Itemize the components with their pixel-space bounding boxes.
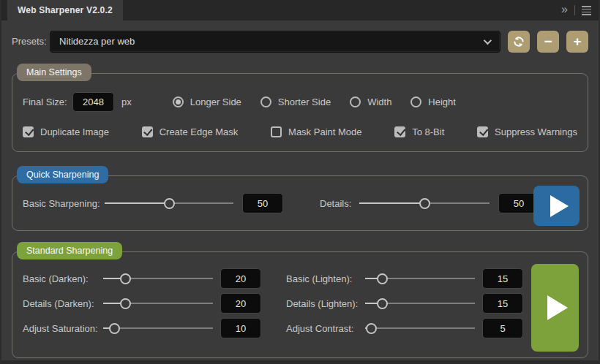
slider-handle[interactable] xyxy=(109,323,120,334)
titlebar: Web Sharpener V2.0.2 » xyxy=(1,0,599,20)
basic-darken-slider[interactable] xyxy=(103,273,213,284)
slider-handle[interactable] xyxy=(419,198,430,209)
play-icon xyxy=(550,195,569,217)
final-size-row: Final Size: px Longer Side Shorter Side … xyxy=(23,91,577,112)
details-lighten-slider[interactable] xyxy=(365,298,475,309)
remove-preset-button[interactable]: − xyxy=(537,31,559,53)
details-label: Details: xyxy=(320,198,359,209)
basic-darken-value[interactable] xyxy=(220,268,261,289)
basic-lighten-slider[interactable] xyxy=(365,273,475,284)
slider-track[interactable] xyxy=(365,327,475,329)
standard-row-adjust: Adjust Saturation: Adjust Contrast: xyxy=(23,318,577,338)
sync-icon xyxy=(512,35,525,48)
run-standard-sharpening-button[interactable] xyxy=(531,264,579,352)
checkbox-to-8-bit[interactable]: To 8-Bit xyxy=(394,126,444,137)
slider-handle[interactable] xyxy=(377,298,388,309)
radio-label: Height xyxy=(428,96,456,107)
basic-darken-label: Basic (Darken): xyxy=(23,273,103,284)
basic-sharpening-value[interactable] xyxy=(242,193,283,213)
adjust-saturation-value[interactable] xyxy=(220,318,261,338)
add-preset-button[interactable]: + xyxy=(566,31,588,53)
standard-row-details: Details (Darken): Details (Lighten): xyxy=(23,293,577,314)
radio-icon xyxy=(173,96,184,107)
adjust-saturation-control: Adjust Saturation: xyxy=(23,318,261,338)
presets-selected-value: Nitidezza per web xyxy=(59,36,484,47)
slider-handle[interactable] xyxy=(120,273,131,284)
standard-sharpening-legend: Standard Sharpening xyxy=(17,242,122,259)
titlebar-divider xyxy=(574,5,575,15)
final-size-label: Final Size: xyxy=(23,96,72,107)
radio-icon xyxy=(350,96,361,107)
slider-handle[interactable] xyxy=(377,273,388,284)
checkbox-label: To 8-Bit xyxy=(412,126,444,137)
checkbox-label: Duplicate Image xyxy=(40,126,109,137)
double-chevron-right-icon[interactable]: » xyxy=(561,4,568,15)
radio-label: Longer Side xyxy=(190,96,241,107)
basic-lighten-label: Basic (Lighten): xyxy=(286,273,365,284)
quick-sharpening-group: Quick Sharpening Basic Sharpening: Detai… xyxy=(12,175,588,231)
panel-content: Presets: Nitidezza per web − + xyxy=(1,30,599,358)
checkbox-icon xyxy=(394,126,405,137)
checkbox-icon xyxy=(23,126,34,137)
checkbox-label: Create Edge Mask xyxy=(160,126,239,137)
adjust-contrast-slider[interactable] xyxy=(365,323,475,334)
panel-menu-icon[interactable] xyxy=(582,6,591,15)
radio-shorter-side[interactable]: Shorter Side xyxy=(260,96,331,107)
details-darken-control: Details (Darken): xyxy=(23,293,261,314)
radio-icon xyxy=(410,96,421,107)
panel-title: Web Sharpener V2.0.2 xyxy=(18,5,113,15)
details-darken-value[interactable] xyxy=(220,293,261,314)
chevron-down-icon xyxy=(484,36,492,44)
details-slider[interactable] xyxy=(359,198,490,209)
radio-icon xyxy=(260,96,271,107)
run-quick-sharpening-button[interactable] xyxy=(533,186,580,226)
presets-label: Presets: xyxy=(12,36,50,47)
adjust-contrast-label: Adjust Contrast: xyxy=(286,323,365,334)
details-lighten-label: Details (Lighten): xyxy=(286,298,365,309)
refresh-presets-button[interactable] xyxy=(508,31,530,53)
quick-sharpening-row: Basic Sharpening: Details: xyxy=(23,192,577,214)
panel-tab[interactable]: Web Sharpener V2.0.2 xyxy=(7,0,123,20)
main-settings-group: Main Settings Final Size: px Longer Side… xyxy=(12,73,588,152)
radio-width[interactable]: Width xyxy=(350,96,391,107)
main-settings-legend: Main Settings xyxy=(17,64,91,81)
adjust-saturation-slider[interactable] xyxy=(103,323,213,334)
quick-sharpening-legend: Quick Sharpening xyxy=(17,166,108,183)
details-lighten-value[interactable] xyxy=(482,293,523,314)
web-sharpener-panel: Web Sharpener V2.0.2 » Presets: Nitidezz… xyxy=(0,0,600,364)
checkbox-icon xyxy=(271,126,282,137)
final-size-input[interactable] xyxy=(72,92,114,112)
presets-dropdown[interactable]: Nitidezza per web xyxy=(50,31,500,53)
adjust-contrast-control: Adjust Contrast: xyxy=(286,318,523,338)
slider-handle[interactable] xyxy=(164,198,175,209)
checkbox-create-edge-mask[interactable]: Create Edge Mask xyxy=(142,126,239,137)
adjust-saturation-label: Adjust Saturation: xyxy=(23,323,103,334)
checkbox-mask-paint-mode[interactable]: Mask Paint Mode xyxy=(271,126,361,137)
slider-handle[interactable] xyxy=(120,298,131,309)
slider-fill xyxy=(105,202,169,204)
checkbox-label: Suppress Warnings xyxy=(495,126,577,137)
slider-fill xyxy=(359,202,424,204)
details-darken-label: Details (Darken): xyxy=(23,298,103,309)
checkbox-duplicate-image[interactable]: Duplicate Image xyxy=(23,126,109,137)
play-icon xyxy=(547,295,568,320)
slider-handle[interactable] xyxy=(366,323,377,334)
radio-height[interactable]: Height xyxy=(410,96,456,107)
details-lighten-control: Details (Lighten): xyxy=(286,293,523,314)
basic-sharpening-slider[interactable] xyxy=(105,198,233,209)
adjust-contrast-value[interactable] xyxy=(482,318,523,338)
standard-sharpening-group: Standard Sharpening Basic (Darken): Basi… xyxy=(12,251,588,358)
standard-row-basic: Basic (Darken): Basic (Lighten): xyxy=(23,268,577,289)
checkbox-suppress-warnings[interactable]: Suppress Warnings xyxy=(477,126,577,137)
checkbox-icon xyxy=(477,126,488,137)
details-darken-slider[interactable] xyxy=(103,298,213,309)
checkbox-label: Mask Paint Mode xyxy=(288,126,361,137)
checkbox-icon xyxy=(142,126,153,137)
basic-darken-control: Basic (Darken): xyxy=(23,268,261,289)
radio-label: Shorter Side xyxy=(278,96,331,107)
basic-sharpening-label: Basic Sharpening: xyxy=(23,198,105,209)
options-row: Duplicate Image Create Edge Mask Mask Pa… xyxy=(23,124,577,140)
basic-lighten-control: Basic (Lighten): xyxy=(286,268,523,289)
radio-longer-side[interactable]: Longer Side xyxy=(173,96,241,107)
basic-lighten-value[interactable] xyxy=(482,268,523,289)
